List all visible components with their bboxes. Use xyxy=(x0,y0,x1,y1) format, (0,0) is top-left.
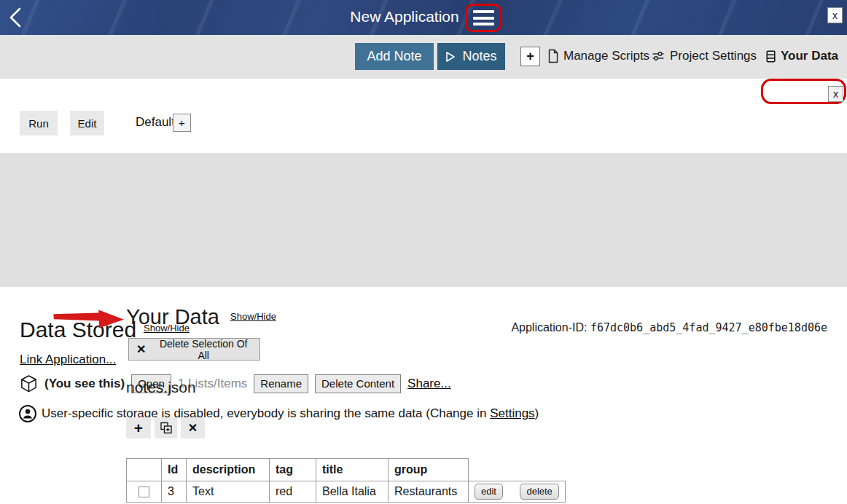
delete-row-button[interactable]: ✕ xyxy=(181,417,205,438)
hamburger-icon xyxy=(473,10,494,13)
script-file-icon xyxy=(547,49,558,63)
chevron-left-icon xyxy=(7,7,32,28)
toolbar: Add Note Notes + Manage Scripts xyxy=(0,35,847,79)
notes-button[interactable]: Notes xyxy=(437,43,505,70)
link-application-link[interactable]: Link Application... xyxy=(20,353,116,367)
storage-row: (You see this) Open 1 Lists/Items Rename… xyxy=(20,374,451,394)
add-row-button[interactable]: + xyxy=(126,417,151,438)
storage-notice: User-specific storage is disabled, every… xyxy=(18,404,539,423)
your-data-label: Your Data xyxy=(781,49,838,63)
header-id: Id xyxy=(162,459,187,481)
data-file-name: notes.json xyxy=(126,379,196,396)
your-data-show-hide-link[interactable]: Show/Hide xyxy=(230,311,276,322)
add-view-button[interactable]: + xyxy=(173,114,191,132)
app-window: New Application x Add Note Notes + xyxy=(0,0,847,504)
add-tab-button[interactable]: + xyxy=(520,47,540,66)
manage-scripts-button[interactable]: Manage Scripts xyxy=(547,45,649,67)
close-panel-button[interactable]: x xyxy=(828,86,843,102)
cell-description: Text xyxy=(187,481,270,503)
default-view-tab[interactable]: Default xyxy=(136,115,175,130)
cell-actions: edit delete xyxy=(469,481,566,503)
menu-button[interactable] xyxy=(473,10,494,25)
menu-highlight-box xyxy=(465,4,501,32)
red-arrow-annotation xyxy=(53,309,125,329)
header-actions xyxy=(469,459,566,481)
rename-button[interactable]: Rename xyxy=(254,374,308,393)
run-button[interactable]: Run xyxy=(20,111,58,135)
sliders-icon xyxy=(652,50,665,63)
table-header-row: Id description tag title group xyxy=(127,459,566,481)
project-settings-button[interactable]: Project Settings xyxy=(652,45,757,67)
manage-scripts-label: Manage Scripts xyxy=(563,49,649,63)
database-icon xyxy=(766,50,776,63)
project-settings-label: Project Settings xyxy=(670,49,757,63)
cell-id: 3 xyxy=(162,481,187,503)
edit-button[interactable]: Edit xyxy=(70,111,104,135)
duplicate-row-button[interactable] xyxy=(155,417,177,438)
your-data-section-title: Your Data xyxy=(126,305,219,329)
copy-icon xyxy=(159,421,173,436)
delete-selection-label: Delete Selection Of All xyxy=(155,338,252,361)
user-circle-icon xyxy=(18,404,37,423)
header-description: description xyxy=(187,459,270,481)
top-bar: New Application x xyxy=(0,0,847,35)
header-title: title xyxy=(316,459,389,481)
row-select-cell xyxy=(127,481,162,503)
your-data-button[interactable]: Your Data xyxy=(766,45,838,67)
settings-link[interactable]: Settings xyxy=(490,406,534,420)
application-id-value: f67dc0b6_abd5_4fad_9427_e80fbe18d06e xyxy=(590,321,827,334)
application-id: Application-ID: f67dc0b6_abd5_4fad_9427_… xyxy=(511,321,827,334)
back-button[interactable] xyxy=(7,6,32,29)
table-row: 3 Text red Bella Italia Restaurants edit… xyxy=(127,481,566,503)
storage-notice-text: User-specific storage is disabled, every… xyxy=(42,406,539,421)
cell-group: Restaurants xyxy=(389,481,469,503)
play-icon xyxy=(445,51,456,63)
delete-selection-button[interactable]: ✕ Delete Selection Of All xyxy=(128,338,260,361)
edit-row-button[interactable]: edit xyxy=(475,484,503,500)
cell-title: Bella Italia xyxy=(316,481,389,503)
visibility-label: (You see this) xyxy=(44,377,125,391)
add-note-button[interactable]: Add Note xyxy=(355,43,434,70)
data-table: Id description tag title group 3 Text re… xyxy=(126,458,566,503)
delete-content-button[interactable]: Delete Content xyxy=(315,374,401,393)
delete-row-item-button[interactable]: delete xyxy=(520,484,558,500)
row-checkbox[interactable] xyxy=(138,487,149,497)
x-mark-icon: ✕ xyxy=(136,342,146,356)
cell-tag: red xyxy=(270,481,316,503)
share-link[interactable]: Share... xyxy=(407,377,451,391)
close-window-button[interactable]: x xyxy=(827,7,843,23)
data-stored-section: Data Stored Show/Hide Application-ID: f6… xyxy=(0,153,847,287)
header-select xyxy=(127,459,162,481)
application-id-label: Application-ID: xyxy=(511,321,587,334)
header-group: group xyxy=(389,459,469,481)
package-cube-icon xyxy=(20,374,38,394)
notes-label: Notes xyxy=(462,49,496,64)
header-tag: tag xyxy=(270,459,316,481)
